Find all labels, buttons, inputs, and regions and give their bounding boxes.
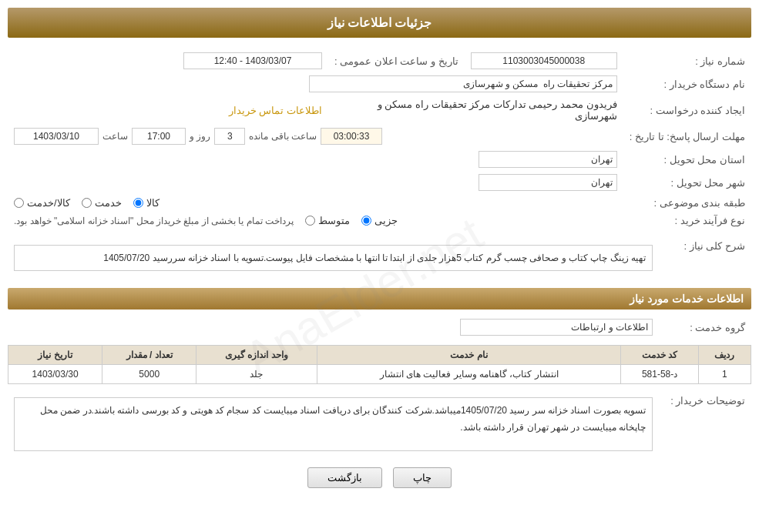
buttons-row: چاپ بازگشت: [8, 467, 751, 488]
category-radio-khedmat[interactable]: خدمت: [82, 197, 122, 209]
creator-value: فریدون محمد رحیمی تدارکات مرکز تحقیقات ر…: [378, 99, 617, 122]
response-time-input: [132, 128, 186, 145]
response-days-label: روز و: [190, 131, 210, 142]
purchase-type-jozi[interactable]: جزیی: [361, 215, 398, 226]
category-radio-kala[interactable]: کالا: [133, 197, 160, 209]
need-number-label: شماره نیاز :: [623, 49, 751, 72]
need-number-input: [471, 52, 617, 69]
delivery-province-label: استان محل تحویل :: [623, 148, 751, 171]
table-cell-date: 1403/03/30: [8, 365, 102, 384]
service-group-label: گروه خدمت :: [659, 316, 751, 339]
col-header-code: کد خدمت: [621, 346, 698, 365]
category-radio-kala-khedmat[interactable]: کالا/خدمت: [14, 197, 70, 209]
col-header-date: تاریخ نیاز: [8, 346, 102, 365]
delivery-city-input: [479, 174, 617, 191]
print-button[interactable]: چاپ: [393, 467, 452, 488]
page-header: جزئیات اطلاعات نیاز: [8, 8, 751, 38]
table-cell-service_name: انتشار کتاب، گاهنامه وسایر فعالیت های ان…: [317, 365, 621, 384]
table-row: 1د-58-581انتشار کتاب، گاهنامه وسایر فعال…: [8, 365, 751, 384]
delivery-city-label: شهر محل تحویل :: [623, 171, 751, 194]
response-remaining-input: [321, 128, 382, 145]
buyer-notes-box: تسویه بصورت اسناد خزانه سر رسید 1405/07/…: [14, 397, 653, 451]
table-cell-unit: جلد: [196, 365, 317, 384]
description-box: تهیه زینگ چاپ کتاب و صحافی چسب گرم کتاب …: [14, 245, 653, 271]
table-cell-service_code: د-58-581: [621, 365, 698, 384]
response-days-input: [214, 128, 245, 145]
col-header-row: ردیف: [698, 346, 751, 365]
col-header-unit: واحد اندازه گیری: [196, 346, 317, 365]
table-cell-quantity: 5000: [102, 365, 196, 384]
purchase-type-mutawaset[interactable]: متوسط: [305, 215, 350, 226]
response-deadline-label: مهلت ارسال پاسخ: تا تاریخ :: [623, 125, 751, 148]
response-time-label: ساعت: [102, 131, 128, 142]
buyer-org-label: نام دستگاه خریدار :: [623, 72, 751, 95]
col-header-qty: تعداد / مقدار: [102, 346, 196, 365]
purchase-type-label: نوع فرآیند خرید :: [623, 212, 751, 229]
delivery-province-input: [479, 151, 617, 168]
description-label: شرح کلی نیاز :: [659, 236, 751, 280]
response-date-input: [14, 128, 99, 145]
buyer-org-input: [309, 75, 617, 92]
back-button[interactable]: بازگشت: [307, 467, 382, 488]
category-label: طبقه بندی موضوعی :: [623, 194, 751, 212]
contact-link[interactable]: اطلاعات تماس خریدار: [229, 105, 322, 116]
purchase-type-note: پرداخت تمام یا بخشی از مبلغ خریداز محل "…: [14, 216, 294, 226]
announce-datetime-label: تاریخ و ساعت اعلان عمومی :: [328, 49, 465, 72]
buyer-notes-label: توضیحات خریدار :: [659, 390, 751, 458]
services-section-title: اطلاعات خدمات مورد نیاز: [8, 288, 751, 309]
table-cell-row: 1: [698, 365, 751, 384]
creator-label: ایجاد کننده درخواست :: [623, 95, 751, 125]
service-group-input: [460, 319, 653, 336]
col-header-name: نام خدمت: [317, 346, 621, 365]
announce-datetime-input: [183, 52, 322, 69]
response-remaining-label: ساعت باقی مانده: [249, 131, 317, 142]
